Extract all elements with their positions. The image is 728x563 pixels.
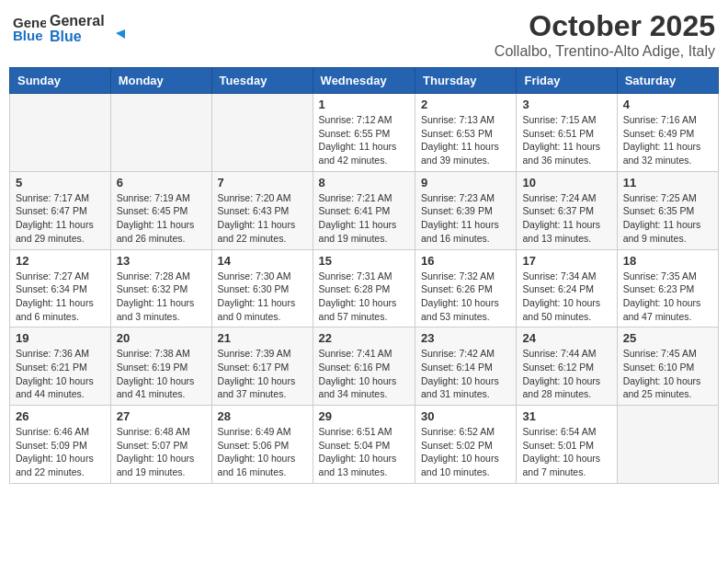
daylight-text: Daylight: 11 hours and 26 minutes. (117, 218, 206, 245)
sunset-text: Sunset: 6:47 PM (16, 204, 105, 218)
sunrise-text: Sunrise: 7:44 AM (522, 347, 610, 361)
calendar-cell: 16Sunrise: 7:32 AMSunset: 6:26 PMDayligh… (415, 249, 517, 327)
calendar-cell: 27Sunrise: 6:48 AMSunset: 5:07 PMDayligh… (110, 406, 211, 484)
logo: General Blue General Blue (13, 9, 132, 50)
daylight-text: Daylight: 11 hours and 6 minutes. (16, 296, 105, 323)
day-number: 3 (522, 98, 610, 111)
sunrise-text: Sunrise: 7:13 AM (421, 113, 510, 127)
calendar-cell: 25Sunrise: 7:45 AMSunset: 6:10 PMDayligh… (617, 327, 718, 406)
calendar-cell: 9Sunrise: 7:23 AMSunset: 6:39 PMDaylight… (415, 171, 517, 249)
sunset-text: Sunset: 5:09 PM (16, 439, 105, 453)
day-info: Sunrise: 7:19 AMSunset: 6:45 PMDaylight:… (117, 191, 206, 246)
day-info: Sunrise: 6:52 AMSunset: 5:02 PMDaylight:… (421, 425, 510, 479)
sunrise-text: Sunrise: 6:54 AM (522, 425, 610, 439)
sunrise-text: Sunrise: 7:24 AM (522, 191, 610, 205)
sunset-text: Sunset: 6:26 PM (421, 282, 510, 296)
sunrise-text: Sunrise: 7:35 AM (623, 270, 712, 283)
sunset-text: Sunset: 6:32 PM (117, 282, 206, 296)
sunset-text: Sunset: 5:01 PM (522, 439, 610, 453)
daylight-text: Daylight: 10 hours and 7 minutes. (522, 452, 610, 478)
sunrise-text: Sunrise: 7:39 AM (218, 347, 307, 361)
calendar-cell: 23Sunrise: 7:42 AMSunset: 6:14 PMDayligh… (415, 327, 517, 406)
day-number: 16 (421, 254, 510, 268)
sunset-text: Sunset: 6:28 PM (319, 282, 409, 296)
day-number: 31 (522, 409, 610, 423)
sunset-text: Sunset: 6:14 PM (421, 361, 510, 374)
day-info: Sunrise: 7:32 AMSunset: 6:26 PMDaylight:… (421, 270, 510, 324)
calendar-cell: 15Sunrise: 7:31 AMSunset: 6:28 PMDayligh… (313, 249, 415, 327)
sunset-text: Sunset: 6:39 PM (421, 204, 510, 218)
daylight-text: Daylight: 11 hours and 0 minutes. (218, 296, 307, 323)
day-number: 17 (522, 254, 610, 268)
sunrise-text: Sunrise: 7:27 AM (16, 270, 105, 283)
day-number: 14 (218, 254, 307, 268)
calendar-cell: 28Sunrise: 6:49 AMSunset: 5:06 PMDayligh… (211, 406, 313, 484)
sunrise-text: Sunrise: 6:49 AM (218, 425, 307, 439)
calendar-cell: 21Sunrise: 7:39 AMSunset: 6:17 PMDayligh… (211, 327, 313, 406)
sunrise-text: Sunrise: 7:17 AM (16, 191, 105, 205)
calendar-cell: 17Sunrise: 7:34 AMSunset: 6:24 PMDayligh… (517, 249, 617, 327)
sunset-text: Sunset: 5:04 PM (319, 439, 409, 453)
calendar-week-row: 5Sunrise: 7:17 AMSunset: 6:47 PMDaylight… (10, 171, 719, 249)
day-info: Sunrise: 6:48 AMSunset: 5:07 PMDaylight:… (117, 425, 206, 479)
day-number: 8 (319, 176, 409, 190)
day-info: Sunrise: 7:25 AMSunset: 6:35 PMDaylight:… (623, 191, 712, 246)
calendar-cell: 24Sunrise: 7:44 AMSunset: 6:12 PMDayligh… (517, 327, 617, 406)
daylight-text: Daylight: 11 hours and 36 minutes. (522, 140, 610, 167)
day-number: 21 (218, 331, 307, 345)
sunrise-text: Sunrise: 7:12 AM (319, 113, 409, 127)
sunrise-text: Sunrise: 6:52 AM (421, 425, 510, 439)
day-info: Sunrise: 7:45 AMSunset: 6:10 PMDaylight:… (623, 347, 712, 401)
day-number: 24 (522, 331, 610, 345)
sunrise-text: Sunrise: 7:30 AM (218, 270, 307, 283)
day-info: Sunrise: 7:28 AMSunset: 6:32 PMDaylight:… (117, 270, 206, 324)
calendar-week-row: 19Sunrise: 7:36 AMSunset: 6:21 PMDayligh… (10, 327, 719, 406)
weekday-header-saturday: Saturday (617, 68, 718, 94)
day-info: Sunrise: 6:49 AMSunset: 5:06 PMDaylight:… (218, 425, 307, 479)
sunset-text: Sunset: 6:10 PM (623, 361, 712, 374)
day-number: 9 (421, 176, 510, 190)
daylight-text: Daylight: 10 hours and 37 minutes. (218, 374, 307, 401)
daylight-text: Daylight: 11 hours and 22 minutes. (218, 218, 307, 245)
sunset-text: Sunset: 6:53 PM (421, 127, 510, 141)
sunrise-text: Sunrise: 7:32 AM (421, 270, 510, 283)
day-info: Sunrise: 7:23 AMSunset: 6:39 PMDaylight:… (421, 191, 510, 246)
day-number: 1 (319, 98, 409, 111)
calendar-cell (617, 406, 718, 484)
day-info: Sunrise: 7:35 AMSunset: 6:23 PMDaylight:… (623, 270, 712, 324)
day-number: 22 (319, 331, 409, 345)
sunset-text: Sunset: 6:12 PM (522, 361, 610, 374)
daylight-text: Daylight: 10 hours and 50 minutes. (522, 296, 610, 323)
title-block: October 2025 Collalbo, Trentino-Alto Adi… (495, 9, 715, 60)
calendar-week-row: 12Sunrise: 7:27 AMSunset: 6:34 PMDayligh… (10, 249, 719, 327)
day-number: 26 (16, 409, 105, 423)
daylight-text: Daylight: 11 hours and 13 minutes. (522, 218, 610, 245)
calendar-cell: 5Sunrise: 7:17 AMSunset: 6:47 PMDaylight… (10, 171, 111, 249)
daylight-text: Daylight: 10 hours and 57 minutes. (319, 296, 409, 323)
day-info: Sunrise: 7:12 AMSunset: 6:55 PMDaylight:… (319, 113, 409, 167)
calendar-cell: 3Sunrise: 7:15 AMSunset: 6:51 PMDaylight… (517, 94, 617, 172)
daylight-text: Daylight: 10 hours and 13 minutes. (319, 452, 409, 478)
sunset-text: Sunset: 6:21 PM (16, 361, 105, 374)
sunset-text: Sunset: 6:30 PM (218, 282, 307, 296)
calendar-cell: 4Sunrise: 7:16 AMSunset: 6:49 PMDaylight… (617, 94, 718, 172)
sunrise-text: Sunrise: 7:42 AM (421, 347, 510, 361)
day-info: Sunrise: 7:41 AMSunset: 6:16 PMDaylight:… (319, 347, 409, 401)
sunset-text: Sunset: 6:24 PM (522, 282, 610, 296)
weekday-header-friday: Friday (517, 68, 617, 94)
sunrise-text: Sunrise: 7:25 AM (623, 191, 712, 205)
calendar-subtitle: Collalbo, Trentino-Alto Adige, Italy (495, 43, 715, 60)
sunrise-text: Sunrise: 6:51 AM (319, 425, 409, 439)
calendar-table: SundayMondayTuesdayWednesdayThursdayFrid… (9, 67, 719, 484)
calendar-cell: 20Sunrise: 7:38 AMSunset: 6:19 PMDayligh… (110, 327, 211, 406)
daylight-text: Daylight: 11 hours and 19 minutes. (319, 218, 409, 245)
day-number: 30 (421, 409, 510, 423)
daylight-text: Daylight: 10 hours and 34 minutes. (319, 374, 409, 401)
calendar-cell (211, 94, 313, 172)
day-number: 12 (16, 254, 105, 268)
daylight-text: Daylight: 11 hours and 39 minutes. (421, 140, 510, 167)
calendar-cell: 1Sunrise: 7:12 AMSunset: 6:55 PMDaylight… (313, 94, 415, 172)
day-number: 5 (16, 176, 105, 190)
day-number: 15 (319, 254, 409, 268)
daylight-text: Daylight: 10 hours and 19 minutes. (117, 452, 206, 478)
